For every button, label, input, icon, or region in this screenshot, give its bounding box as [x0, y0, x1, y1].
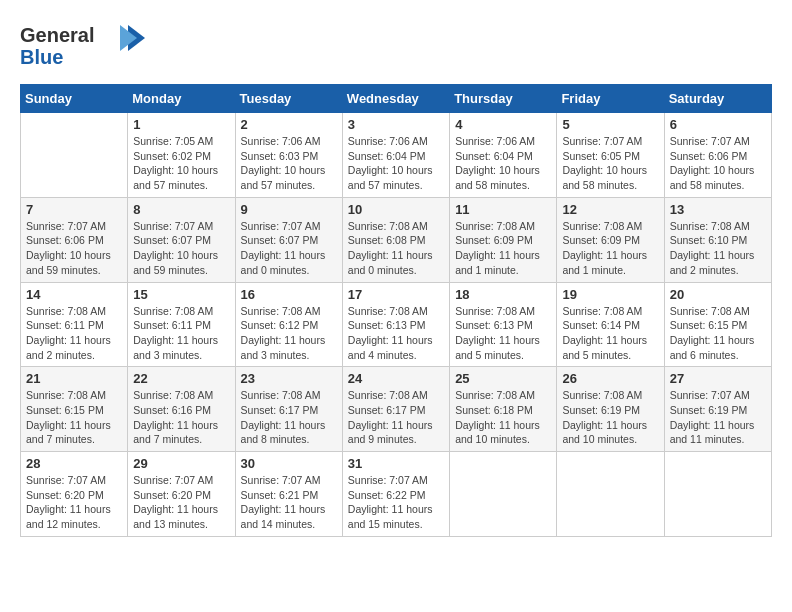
day-number: 28	[26, 456, 122, 471]
calendar-cell: 11Sunrise: 7:08 AMSunset: 6:09 PMDayligh…	[450, 197, 557, 282]
day-info: Sunrise: 7:07 AMSunset: 6:07 PMDaylight:…	[241, 219, 337, 278]
calendar-cell	[21, 113, 128, 198]
calendar-cell: 5Sunrise: 7:07 AMSunset: 6:05 PMDaylight…	[557, 113, 664, 198]
calendar-cell: 20Sunrise: 7:08 AMSunset: 6:15 PMDayligh…	[664, 282, 771, 367]
day-number: 21	[26, 371, 122, 386]
day-info: Sunrise: 7:08 AMSunset: 6:11 PMDaylight:…	[26, 304, 122, 363]
day-info: Sunrise: 7:08 AMSunset: 6:15 PMDaylight:…	[26, 388, 122, 447]
calendar-cell: 4Sunrise: 7:06 AMSunset: 6:04 PMDaylight…	[450, 113, 557, 198]
day-number: 15	[133, 287, 229, 302]
day-number: 16	[241, 287, 337, 302]
day-info: Sunrise: 7:07 AMSunset: 6:05 PMDaylight:…	[562, 134, 658, 193]
day-info: Sunrise: 7:07 AMSunset: 6:06 PMDaylight:…	[26, 219, 122, 278]
week-row-5: 28Sunrise: 7:07 AMSunset: 6:20 PMDayligh…	[21, 452, 772, 537]
day-info: Sunrise: 7:08 AMSunset: 6:17 PMDaylight:…	[241, 388, 337, 447]
day-number: 31	[348, 456, 444, 471]
calendar-cell: 17Sunrise: 7:08 AMSunset: 6:13 PMDayligh…	[342, 282, 449, 367]
calendar-cell	[557, 452, 664, 537]
day-info: Sunrise: 7:08 AMSunset: 6:10 PMDaylight:…	[670, 219, 766, 278]
calendar-cell: 29Sunrise: 7:07 AMSunset: 6:20 PMDayligh…	[128, 452, 235, 537]
day-number: 1	[133, 117, 229, 132]
day-number: 18	[455, 287, 551, 302]
day-number: 13	[670, 202, 766, 217]
day-info: Sunrise: 7:08 AMSunset: 6:12 PMDaylight:…	[241, 304, 337, 363]
calendar-cell: 27Sunrise: 7:07 AMSunset: 6:19 PMDayligh…	[664, 367, 771, 452]
day-number: 2	[241, 117, 337, 132]
calendar-cell: 2Sunrise: 7:06 AMSunset: 6:03 PMDaylight…	[235, 113, 342, 198]
day-number: 26	[562, 371, 658, 386]
day-number: 20	[670, 287, 766, 302]
calendar-cell: 22Sunrise: 7:08 AMSunset: 6:16 PMDayligh…	[128, 367, 235, 452]
day-number: 22	[133, 371, 229, 386]
svg-text:Blue: Blue	[20, 46, 63, 68]
calendar-cell: 30Sunrise: 7:07 AMSunset: 6:21 PMDayligh…	[235, 452, 342, 537]
day-info: Sunrise: 7:08 AMSunset: 6:18 PMDaylight:…	[455, 388, 551, 447]
calendar-cell: 31Sunrise: 7:07 AMSunset: 6:22 PMDayligh…	[342, 452, 449, 537]
calendar-cell: 18Sunrise: 7:08 AMSunset: 6:13 PMDayligh…	[450, 282, 557, 367]
day-info: Sunrise: 7:08 AMSunset: 6:16 PMDaylight:…	[133, 388, 229, 447]
calendar-cell	[664, 452, 771, 537]
day-info: Sunrise: 7:08 AMSunset: 6:09 PMDaylight:…	[455, 219, 551, 278]
week-row-1: 1Sunrise: 7:05 AMSunset: 6:02 PMDaylight…	[21, 113, 772, 198]
day-number: 29	[133, 456, 229, 471]
calendar-cell: 3Sunrise: 7:06 AMSunset: 6:04 PMDaylight…	[342, 113, 449, 198]
day-number: 9	[241, 202, 337, 217]
weekday-header-monday: Monday	[128, 85, 235, 113]
calendar-cell: 8Sunrise: 7:07 AMSunset: 6:07 PMDaylight…	[128, 197, 235, 282]
day-info: Sunrise: 7:07 AMSunset: 6:20 PMDaylight:…	[133, 473, 229, 532]
day-info: Sunrise: 7:07 AMSunset: 6:21 PMDaylight:…	[241, 473, 337, 532]
day-info: Sunrise: 7:08 AMSunset: 6:08 PMDaylight:…	[348, 219, 444, 278]
day-number: 5	[562, 117, 658, 132]
day-info: Sunrise: 7:08 AMSunset: 6:17 PMDaylight:…	[348, 388, 444, 447]
day-info: Sunrise: 7:07 AMSunset: 6:22 PMDaylight:…	[348, 473, 444, 532]
day-info: Sunrise: 7:07 AMSunset: 6:19 PMDaylight:…	[670, 388, 766, 447]
day-number: 14	[26, 287, 122, 302]
calendar-cell: 1Sunrise: 7:05 AMSunset: 6:02 PMDaylight…	[128, 113, 235, 198]
day-info: Sunrise: 7:08 AMSunset: 6:13 PMDaylight:…	[348, 304, 444, 363]
day-info: Sunrise: 7:08 AMSunset: 6:11 PMDaylight:…	[133, 304, 229, 363]
day-number: 6	[670, 117, 766, 132]
weekday-header-sunday: Sunday	[21, 85, 128, 113]
calendar-cell: 7Sunrise: 7:07 AMSunset: 6:06 PMDaylight…	[21, 197, 128, 282]
calendar-cell: 28Sunrise: 7:07 AMSunset: 6:20 PMDayligh…	[21, 452, 128, 537]
day-number: 3	[348, 117, 444, 132]
weekday-header-wednesday: Wednesday	[342, 85, 449, 113]
day-number: 27	[670, 371, 766, 386]
week-row-2: 7Sunrise: 7:07 AMSunset: 6:06 PMDaylight…	[21, 197, 772, 282]
weekday-header-friday: Friday	[557, 85, 664, 113]
calendar-cell: 6Sunrise: 7:07 AMSunset: 6:06 PMDaylight…	[664, 113, 771, 198]
day-number: 23	[241, 371, 337, 386]
day-info: Sunrise: 7:06 AMSunset: 6:04 PMDaylight:…	[348, 134, 444, 193]
svg-text:General: General	[20, 24, 94, 46]
calendar-cell: 23Sunrise: 7:08 AMSunset: 6:17 PMDayligh…	[235, 367, 342, 452]
calendar-cell: 16Sunrise: 7:08 AMSunset: 6:12 PMDayligh…	[235, 282, 342, 367]
calendar-cell: 24Sunrise: 7:08 AMSunset: 6:17 PMDayligh…	[342, 367, 449, 452]
calendar-cell: 19Sunrise: 7:08 AMSunset: 6:14 PMDayligh…	[557, 282, 664, 367]
day-number: 7	[26, 202, 122, 217]
day-info: Sunrise: 7:08 AMSunset: 6:09 PMDaylight:…	[562, 219, 658, 278]
day-info: Sunrise: 7:08 AMSunset: 6:14 PMDaylight:…	[562, 304, 658, 363]
day-info: Sunrise: 7:06 AMSunset: 6:04 PMDaylight:…	[455, 134, 551, 193]
day-info: Sunrise: 7:06 AMSunset: 6:03 PMDaylight:…	[241, 134, 337, 193]
day-number: 10	[348, 202, 444, 217]
calendar-cell: 14Sunrise: 7:08 AMSunset: 6:11 PMDayligh…	[21, 282, 128, 367]
weekday-header-row: SundayMondayTuesdayWednesdayThursdayFrid…	[21, 85, 772, 113]
week-row-3: 14Sunrise: 7:08 AMSunset: 6:11 PMDayligh…	[21, 282, 772, 367]
calendar-cell: 10Sunrise: 7:08 AMSunset: 6:08 PMDayligh…	[342, 197, 449, 282]
calendar-cell: 9Sunrise: 7:07 AMSunset: 6:07 PMDaylight…	[235, 197, 342, 282]
weekday-header-saturday: Saturday	[664, 85, 771, 113]
week-row-4: 21Sunrise: 7:08 AMSunset: 6:15 PMDayligh…	[21, 367, 772, 452]
calendar-cell: 12Sunrise: 7:08 AMSunset: 6:09 PMDayligh…	[557, 197, 664, 282]
calendar-cell: 15Sunrise: 7:08 AMSunset: 6:11 PMDayligh…	[128, 282, 235, 367]
day-number: 17	[348, 287, 444, 302]
day-info: Sunrise: 7:08 AMSunset: 6:13 PMDaylight:…	[455, 304, 551, 363]
day-info: Sunrise: 7:07 AMSunset: 6:06 PMDaylight:…	[670, 134, 766, 193]
day-number: 4	[455, 117, 551, 132]
calendar-cell: 13Sunrise: 7:08 AMSunset: 6:10 PMDayligh…	[664, 197, 771, 282]
page-header: General Blue	[20, 20, 772, 74]
calendar-cell: 25Sunrise: 7:08 AMSunset: 6:18 PMDayligh…	[450, 367, 557, 452]
day-info: Sunrise: 7:08 AMSunset: 6:15 PMDaylight:…	[670, 304, 766, 363]
day-number: 24	[348, 371, 444, 386]
day-number: 25	[455, 371, 551, 386]
calendar-cell: 26Sunrise: 7:08 AMSunset: 6:19 PMDayligh…	[557, 367, 664, 452]
